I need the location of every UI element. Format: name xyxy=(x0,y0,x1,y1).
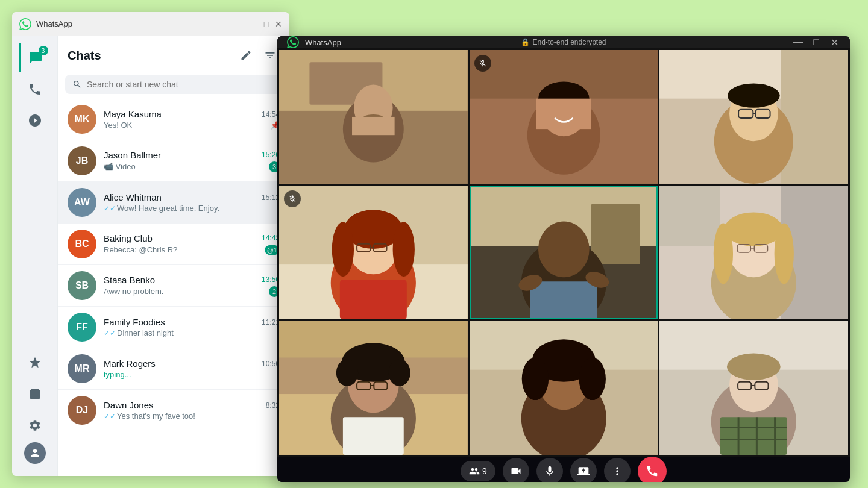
svg-point-59 xyxy=(389,359,410,386)
chat-item-2[interactable]: JB Jason Ballmer 15:26 📹 Video 3 xyxy=(58,140,289,182)
maximize-button[interactable]: □ xyxy=(263,20,270,28)
screen-share-button[interactable] xyxy=(570,458,597,482)
chat-name: Stasa Benko xyxy=(104,275,155,285)
main-title: WhatsApp xyxy=(36,19,246,28)
sidebar-item-starred[interactable] xyxy=(20,348,49,377)
svg-point-21 xyxy=(728,83,780,107)
svg-point-58 xyxy=(336,359,358,386)
search-icon xyxy=(72,80,82,89)
svg-point-48 xyxy=(775,223,794,284)
video-toggle-button[interactable] xyxy=(503,458,529,482)
new-chat-icon xyxy=(240,49,252,61)
calls-icon xyxy=(28,82,42,96)
chats-title: Chats xyxy=(68,49,101,63)
encryption-badge: 🔒 End-to-end endcrypted xyxy=(521,38,606,46)
sidebar-top: 3 xyxy=(19,43,51,346)
participant-4-video xyxy=(279,186,468,319)
svg-rect-15 xyxy=(781,50,848,184)
video-participant-7 xyxy=(279,321,468,455)
chat-name: Maya Kasuma xyxy=(104,109,162,119)
chat-item-8[interactable]: DJ Dawn Jones 8:32 ✓✓Yes that's my fave … xyxy=(58,390,289,431)
chat-name: Jason Ballmer xyxy=(104,150,161,160)
video-participant-5 xyxy=(470,186,658,319)
chat-info-top: Jason Ballmer 15:26 xyxy=(104,150,280,160)
chat-info-bottom: ✓✓Wow! Have great time. Enjoy. xyxy=(104,204,280,213)
status-icon xyxy=(28,113,42,128)
chat-name: Alice Whitman xyxy=(104,192,162,202)
sidebar-bottom xyxy=(20,348,49,469)
video-minimize-button[interactable]: — xyxy=(792,37,804,48)
chat-info-top: Mark Rogers 10:56 xyxy=(104,358,280,369)
sidebar-item-calls[interactable] xyxy=(20,75,49,104)
archive-icon xyxy=(28,387,42,401)
chat-info-bottom: Aww no problem. 2 xyxy=(104,286,280,297)
sidebar-item-settings[interactable] xyxy=(20,411,49,440)
video-close-button[interactable]: ✕ xyxy=(828,37,840,48)
filter-icon xyxy=(264,49,276,61)
chat-avatar: AW xyxy=(68,188,96,217)
chat-info: Stasa Benko 13:56 Aww no problem. 2 xyxy=(104,275,280,297)
sidebar-item-chats[interactable]: 3 xyxy=(19,43,51,72)
chat-info-bottom: ✓✓Dinner last night xyxy=(104,328,280,337)
main-window: WhatsApp — □ ✕ 3 xyxy=(12,12,289,476)
participants-button[interactable]: 9 xyxy=(461,461,495,481)
new-chat-button[interactable] xyxy=(236,46,256,65)
end-call-button[interactable] xyxy=(638,457,667,482)
chat-info-bottom: 📹 Video 3 xyxy=(104,161,280,172)
video-participant-8 xyxy=(470,321,658,455)
svg-point-37 xyxy=(538,221,590,277)
video-maximize-button[interactable]: □ xyxy=(810,37,822,48)
chat-avatar: JB xyxy=(68,146,96,175)
chat-info-top: Family Foodies 11:21 xyxy=(104,317,280,327)
chat-avatar: SB xyxy=(68,271,96,300)
sidebar-item-status[interactable] xyxy=(20,106,49,135)
chat-info: Alice Whitman 15:12 ✓✓Wow! Have great ti… xyxy=(104,192,280,213)
chat-item-1[interactable]: MK Maya Kasuma 14:54 Yes! OK 📌 xyxy=(58,99,289,140)
video-wa-logo xyxy=(287,36,299,48)
svg-point-28 xyxy=(393,222,415,277)
chat-header-icons xyxy=(236,46,280,65)
search-bar[interactable] xyxy=(65,75,282,94)
participant-2-video xyxy=(470,50,658,184)
chat-name: Mark Rogers xyxy=(104,358,156,369)
chat-item-5[interactable]: SB Stasa Benko 13:56 Aww no problem. 2 xyxy=(58,265,289,307)
chat-info-bottom: Rebecca: @Chris R? @1 xyxy=(104,245,280,255)
chat-info-top: Baking Club 14:43 xyxy=(104,233,280,243)
participants-icon xyxy=(469,466,480,477)
chat-info-top: Stasa Benko 13:56 xyxy=(104,275,280,285)
chat-info: Family Foodies 11:21 ✓✓Dinner last night xyxy=(104,317,280,337)
chat-info-top: Alice Whitman 15:12 xyxy=(104,192,280,202)
mic-toggle-button[interactable] xyxy=(536,458,563,482)
participant-6-video xyxy=(659,186,848,319)
video-titlebar-buttons: — □ ✕ xyxy=(792,37,840,48)
chat-info: Dawn Jones 8:32 ✓✓Yes that's my fave too… xyxy=(104,400,280,421)
chat-info-bottom: typing... xyxy=(104,370,280,379)
sidebar-item-archived[interactable] xyxy=(20,380,49,408)
video-participant-4 xyxy=(279,186,468,319)
svg-rect-35 xyxy=(591,204,640,264)
svg-point-75 xyxy=(727,353,781,380)
search-input[interactable] xyxy=(87,80,275,89)
chat-item-4[interactable]: BC Baking Club 14:43 Rebecca: @Chris R? … xyxy=(58,224,289,265)
participant-1-video xyxy=(279,50,468,184)
chat-list: MK Maya Kasuma 14:54 Yes! OK 📌 JB Jason … xyxy=(58,99,289,476)
user-avatar[interactable] xyxy=(24,442,46,464)
participant-3-video xyxy=(659,50,848,184)
chat-info-bottom: ✓✓Yes that's my fave too! xyxy=(104,411,280,421)
sidebar: 3 xyxy=(12,36,58,476)
chat-item-6[interactable]: FF Family Foodies 11:21 ✓✓Dinner last ni… xyxy=(58,307,289,348)
call-controls: 9 xyxy=(277,457,850,482)
chat-item-3[interactable]: AW Alice Whitman 15:12 ✓✓Wow! Have great… xyxy=(58,182,289,224)
svg-rect-63 xyxy=(343,417,404,455)
minimize-button[interactable]: — xyxy=(251,20,258,28)
chat-avatar: DJ xyxy=(68,396,96,425)
svg-rect-79 xyxy=(720,417,787,455)
more-options-button[interactable] xyxy=(604,458,631,482)
video-toggle-icon xyxy=(510,465,522,477)
lock-icon: 🔒 xyxy=(521,38,530,46)
close-button[interactable]: ✕ xyxy=(275,20,282,28)
chat-item-7[interactable]: MR Mark Rogers 10:56 typing... xyxy=(58,348,289,390)
chat-info-bottom: Yes! OK 📌 xyxy=(104,120,280,130)
screen-share-icon xyxy=(577,465,590,477)
chat-info: Jason Ballmer 15:26 📹 Video 3 xyxy=(104,150,280,172)
